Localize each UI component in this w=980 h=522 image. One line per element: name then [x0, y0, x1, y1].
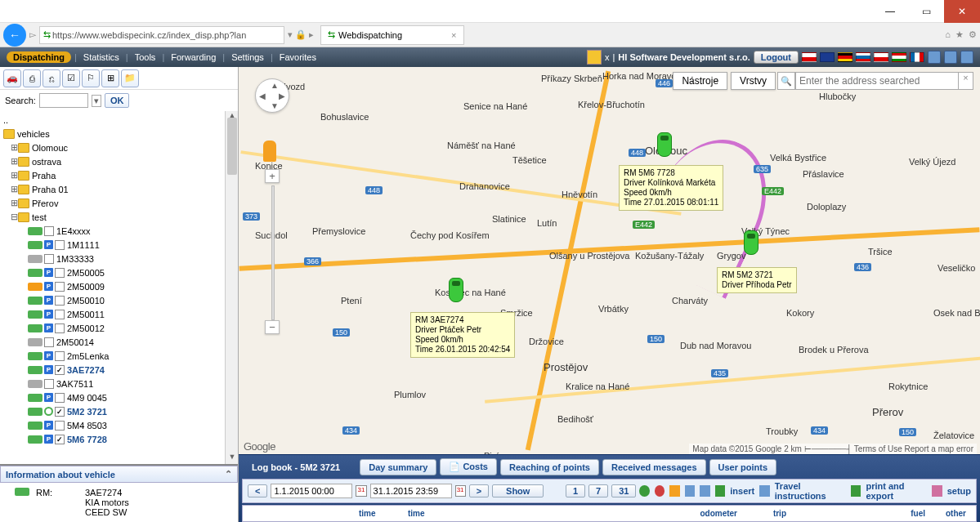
flag-hu[interactable] [892, 52, 906, 62]
window-maximize[interactable]: ▭ [908, 0, 944, 23]
action-icon[interactable] [655, 485, 665, 497]
gear-icon[interactable]: ⚙ [969, 29, 977, 40]
window-minimize[interactable]: — [872, 0, 908, 23]
vehicle-label[interactable]: 1M1111 [67, 240, 100, 250]
flag-pl[interactable] [874, 52, 888, 62]
flag-cz[interactable] [802, 52, 817, 62]
folder-ostrava[interactable]: ostrava [32, 157, 61, 167]
menu-tools[interactable]: Tools [128, 52, 163, 62]
header-x[interactable]: x [605, 52, 610, 62]
vehicle-check[interactable] [44, 226, 54, 236]
tab-reaching[interactable]: Reaching of points [500, 459, 599, 475]
vehicle-check[interactable] [55, 296, 65, 306]
vehicle-check[interactable] [55, 351, 65, 361]
prev-button[interactable]: < [248, 484, 267, 497]
expand-icon[interactable]: ⊞ [10, 142, 18, 153]
vehicle-label[interactable]: 2M50012 [67, 323, 105, 333]
flag-de[interactable] [838, 52, 852, 62]
folder-prerov[interactable]: Přerov [32, 199, 58, 208]
hdr-icon-1[interactable] [928, 51, 941, 64]
search-ok-button[interactable]: OK [105, 93, 130, 108]
folder-test[interactable]: test [32, 212, 47, 222]
tab-close[interactable]: × [451, 30, 456, 40]
insert-link[interactable]: insert [730, 486, 754, 496]
vehicle-label[interactable]: 2m5Lenka [67, 351, 109, 361]
search-input[interactable] [39, 93, 88, 108]
vehicle-label[interactable]: 5M2 3721 [67, 407, 107, 417]
action-icon[interactable] [639, 485, 649, 497]
show-button[interactable]: Show [492, 484, 544, 497]
vehicle-check[interactable] [55, 435, 65, 444]
user-icon[interactable] [587, 50, 602, 65]
vehicle-label[interactable]: 2M50010 [67, 296, 105, 306]
browser-tab[interactable]: ⇆ Webdispatching × [320, 25, 464, 45]
scroll-thumb[interactable] [227, 118, 237, 175]
clear-search-icon[interactable]: × [959, 72, 973, 90]
range-1-button[interactable]: 1 [566, 484, 585, 497]
vehicle-check[interactable] [55, 282, 65, 292]
tool-folder-icon[interactable]: 📁 [121, 69, 139, 87]
vehicle-label[interactable]: 2M50005 [67, 268, 105, 278]
search-icon[interactable]: 🔍 [777, 72, 795, 90]
action-icon[interactable] [685, 485, 695, 497]
action-icon[interactable] [759, 485, 769, 497]
vehicle-check[interactable] [44, 337, 54, 347]
scroll-down-icon[interactable]: ▼ [226, 453, 238, 464]
map-pan-control[interactable]: ▲▼ ◀▶ [255, 78, 289, 113]
folder-olomouc[interactable]: Olomouc [32, 143, 68, 153]
calendar-icon[interactable]: 31 [356, 485, 366, 497]
car-marker[interactable] [744, 230, 758, 255]
expand-icon[interactable]: ⊞ [10, 170, 18, 181]
window-close[interactable]: ✕ [944, 0, 980, 23]
folder-vehicles[interactable]: vehicles [17, 129, 50, 139]
tab-user-points[interactable]: User points [709, 459, 777, 475]
action-icon[interactable] [669, 485, 679, 497]
tab-day-summary[interactable]: Day summary [360, 459, 436, 475]
vehicle-label[interactable]: 2M50011 [67, 310, 105, 319]
flag-fr[interactable] [910, 52, 924, 62]
gear-icon[interactable] [932, 485, 942, 497]
menu-forwarding[interactable]: Forwarding [164, 52, 222, 62]
map-search-input[interactable] [795, 72, 959, 90]
tool-3[interactable]: ⎌ [43, 69, 60, 87]
zoom-slider[interactable] [271, 185, 275, 320]
flag-sk[interactable] [856, 52, 870, 62]
setup-link[interactable]: setup [947, 486, 971, 496]
vehicle-label[interactable]: 3AE7274 [67, 365, 105, 375]
map-layers-button[interactable]: Vrstvy [731, 72, 776, 90]
tool-6[interactable]: ⊞ [101, 69, 119, 87]
car-marker[interactable] [657, 132, 672, 157]
home-icon[interactable]: ⌂ [945, 29, 951, 40]
expand-icon[interactable]: ⊞ [10, 156, 18, 167]
vehicle-check[interactable] [55, 268, 65, 278]
vehicle-label[interactable]: 5M6 7728 [67, 435, 107, 444]
expand-icon[interactable]: ⊞ [10, 198, 18, 208]
hdr-icon-2[interactable] [944, 51, 957, 64]
date-from-input[interactable] [271, 484, 352, 498]
vehicle-label[interactable]: 1M33333 [56, 254, 94, 264]
tool-2[interactable]: ⎙ [23, 69, 41, 87]
tab-costs[interactable]: 📄 Costs [440, 458, 497, 475]
tool-car-icon[interactable]: 🚗 [3, 69, 21, 87]
vehicle-label[interactable]: 4M9 0045 [67, 393, 107, 403]
vehicle-label[interactable]: 2M50014 [56, 337, 94, 347]
streetview-pegman[interactable] [263, 141, 276, 162]
vehicle-check[interactable] [44, 379, 54, 389]
travel-link[interactable]: Travel instructions [775, 481, 846, 501]
vehicle-check[interactable] [55, 365, 65, 375]
url-box[interactable]: ⇆ https://www.webdispecink.cz/index_disp… [39, 26, 284, 44]
print-export-link[interactable]: print and export [866, 481, 927, 501]
menu-dispatching[interactable]: Dispatching [7, 51, 71, 63]
star-icon[interactable]: ★ [955, 29, 964, 40]
zoom-in[interactable]: + [265, 169, 280, 183]
browser-back[interactable]: ← [3, 24, 26, 47]
expand-icon[interactable]: ⊟ [10, 212, 18, 222]
folder-praha[interactable]: Praha [32, 171, 56, 181]
map-tools-button[interactable]: Nástroje [673, 72, 727, 90]
tool-5[interactable]: ⚐ [82, 69, 100, 87]
hdr-icon-3[interactable] [960, 51, 973, 64]
tree-root[interactable]: .. [3, 115, 8, 125]
vehicle-label[interactable]: 3AK7511 [56, 379, 93, 389]
menu-favorites[interactable]: Favorites [273, 52, 323, 62]
tab-received[interactable]: Received messages [602, 459, 706, 475]
